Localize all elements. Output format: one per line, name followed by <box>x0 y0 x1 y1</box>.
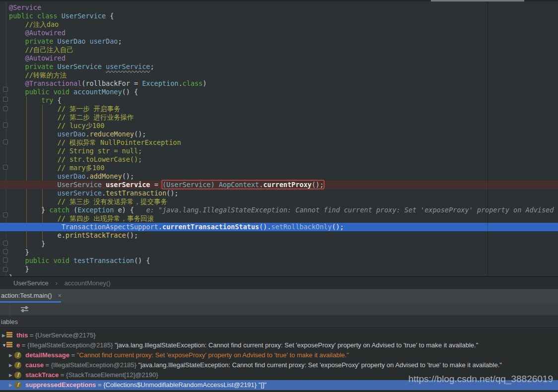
variable-value: "java.lang.IllegalStateException: Cannot… <box>139 361 502 369</box>
chevron-right-icon[interactable]: ▶ <box>9 370 12 380</box>
right-margin-guide <box>488 1 488 276</box>
code-line: // 第三步 没有发送异常，提交事务 <box>0 197 558 206</box>
variable-value: {StackTraceElement[12]@2190} <box>66 371 158 379</box>
chevron-right-icon[interactable]: ▶ <box>2 330 5 340</box>
variable-value: {Collections$UnmodifiableRandomAccessLis… <box>103 381 258 389</box>
code-line: userService.testTransaction(); <box>0 189 558 197</box>
variable-name: stackTrace <box>25 371 59 379</box>
chevron-right-icon[interactable]: ▶ <box>9 350 12 360</box>
code-line: public void accountMoney() { <box>0 88 558 96</box>
variable-text: stackTrace = {StackTraceElement[12]@2190… <box>25 370 158 380</box>
variable-name: suppressedExceptions <box>25 381 96 389</box>
breadcrumb: UserService › accountMoney() <box>0 276 558 289</box>
toolbar-divider <box>10 303 10 316</box>
debugger-tab-bar: action:Test.main() × <box>0 289 558 303</box>
variable-value: "java.lang.IllegalStateException: Cannot… <box>115 341 478 349</box>
code-line: private UserService userService; <box>0 63 558 71</box>
chevron-right-icon[interactable]: ▶ <box>9 380 12 390</box>
variables-panel-title: iables <box>0 317 558 327</box>
variable-text: detailMessage = "Cannot find current pro… <box>25 350 349 360</box>
code-editor[interactable]: @Servicepublic class UserService { //注入d… <box>0 1 558 276</box>
breadcrumb-separator-icon: › <box>55 279 57 287</box>
variable-name: this <box>16 331 28 339</box>
chevron-right-icon[interactable]: ▶ <box>9 360 12 370</box>
code-line: // String str = null; <box>0 147 558 155</box>
code-line: @Autowired <box>0 29 558 37</box>
code-line: public void testTransaction() { <box>0 257 558 265</box>
variable-text: this = {UserService@2175} <box>16 330 96 340</box>
equals-sign: = <box>59 371 66 379</box>
breadcrumb-class[interactable]: UserService <box>13 279 49 287</box>
code-line: @Autowired <box>0 54 558 63</box>
code-line: public class UserService { <box>0 12 558 20</box>
code-line: // 第一步 开启事务 <box>0 105 558 113</box>
variable-value: {IllegalStateException@2185} <box>51 361 139 369</box>
code-line: } catch (Exception e) { e: "java.lang.Il… <box>0 206 558 214</box>
variable-row-detailMessage[interactable]: ▶fdetailMessage = "Cannot find current p… <box>0 350 558 360</box>
code-line: UserService userService = (UserService) … <box>0 181 558 189</box>
field-icon: f <box>14 362 21 369</box>
debugger-toolbar <box>0 303 558 316</box>
code-line: // str.toLowerCase(); <box>0 155 558 164</box>
variable-value: "Cannot find current proxy: Set 'exposeP… <box>77 351 349 359</box>
code-lines: @Servicepublic class UserService { //注入d… <box>0 3 558 276</box>
code-line: e.printStackTrace(); <box>0 231 558 240</box>
code-line: // 第四步 出现异常，事务回滚 <box>0 214 558 223</box>
code-line: } <box>0 273 558 276</box>
code-line: @Service <box>0 3 558 12</box>
field-icon: f <box>14 382 21 389</box>
equals-sign: = <box>28 331 35 339</box>
variable-text: suppressedExceptions = {Collections$Unmo… <box>25 380 267 390</box>
close-icon[interactable]: × <box>58 290 62 302</box>
code-line: //自己注入自己 <box>0 46 558 54</box>
variable-name: detailMessage <box>25 351 70 359</box>
code-line: userDao.addMoney(); <box>0 172 558 181</box>
code-line: private UserDao userDao; <box>0 37 558 46</box>
code-line: // 模拟异常 NullPointerException <box>0 138 558 147</box>
breadcrumb-method[interactable]: accountMoney() <box>64 279 110 287</box>
chevron-down-icon[interactable]: ▼ <box>2 340 6 350</box>
code-line: //转账的方法 <box>0 71 558 79</box>
variable-value: {IllegalStateException@2185} <box>27 341 115 349</box>
field-icon: f <box>14 372 21 379</box>
equals-sign: = <box>44 361 51 369</box>
layout-settings-icon[interactable] <box>21 306 28 312</box>
code-line: try { <box>0 96 558 105</box>
variable-value: {UserService@2175} <box>35 331 96 339</box>
code-line: userDao.reduceMoney(); <box>0 130 558 138</box>
variable-value: "[]" <box>259 381 267 389</box>
ide-window: @Servicepublic class UserService { //注入d… <box>0 0 558 392</box>
field-icon: f <box>14 352 21 359</box>
code-line: //注入dao <box>0 20 558 29</box>
watermark-text: https://blog.csdn.net/qq_38826019 <box>408 374 553 385</box>
variable-text: cause = {IllegalStateException@2185} "ja… <box>25 360 502 370</box>
execution-point-box: (UserService) AopContext.currentProxy(); <box>162 181 324 189</box>
tab-label: action:Test.main() <box>1 292 52 299</box>
variable-name: cause <box>25 361 44 369</box>
code-line: // lucy少100 <box>0 122 558 130</box>
variable-icon <box>6 342 12 348</box>
variable-row-e[interactable]: ▼e = {IllegalStateException@2185} "java.… <box>0 340 558 350</box>
code-line: // 第二步 进行业务操作 <box>0 113 558 122</box>
code-line: @Transactional(rollbackFor = Exception.c… <box>0 79 558 88</box>
variable-text: e = {IllegalStateException@2185} "java.l… <box>16 340 478 350</box>
equals-sign: = <box>70 351 77 359</box>
variable-row-this[interactable]: ▶this = {UserService@2175} <box>0 330 558 340</box>
equals-sign: = <box>96 381 103 389</box>
code-line: } <box>0 265 558 273</box>
code-line: // mary多100 <box>0 164 558 172</box>
tab-debug-session[interactable]: action:Test.main() × <box>0 290 62 301</box>
code-line: TransactionAspectSupport.currentTransact… <box>0 223 558 231</box>
code-line: } <box>0 240 558 248</box>
equals-sign: = <box>20 341 27 349</box>
variable-row-cause[interactable]: ▶fcause = {IllegalStateException@2185} "… <box>0 360 558 370</box>
variable-icon <box>6 332 12 338</box>
code-line: } <box>0 248 558 257</box>
